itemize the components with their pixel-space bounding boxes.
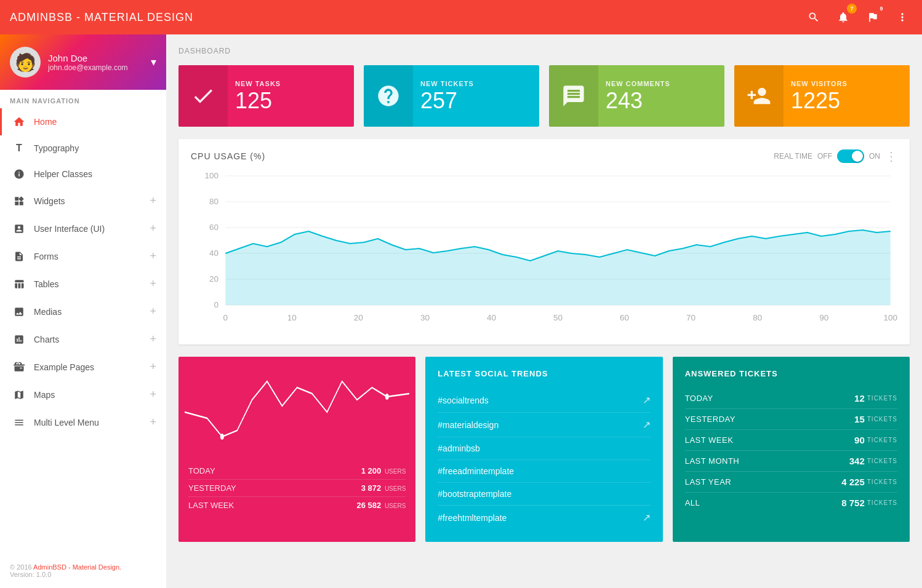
sidebar-item-tables[interactable]: Tables + <box>0 270 166 298</box>
search-button[interactable] <box>804 7 824 27</box>
spark-lastweek-value: 26 582 USERS <box>356 501 406 510</box>
ticket-row-5: ALL 8 752 TICKETS <box>685 493 897 513</box>
ticket-row-1: YESTERDAY 15 TICKETS <box>685 409 897 430</box>
spark-today-label: TODAY <box>188 466 215 475</box>
sidebar-item-label-home: Home <box>34 117 57 127</box>
svg-text:80: 80 <box>209 197 218 206</box>
nav-section-label: MAIN NAVIGATION <box>0 90 166 108</box>
sidebar-item-medias[interactable]: Medias + <box>0 298 166 325</box>
realtime-toggle[interactable] <box>837 149 864 163</box>
ticket-row-3: LAST MONTH 342 TICKETS <box>685 451 897 472</box>
tables-expand-icon[interactable]: + <box>150 277 156 290</box>
maps-expand-icon[interactable]: + <box>150 388 156 401</box>
ticket-row-2: LAST WEEK 90 TICKETS <box>685 430 897 451</box>
multilevel-expand-icon[interactable]: + <box>150 416 156 429</box>
flag-badge: 9 <box>876 4 886 14</box>
multilevel-icon <box>12 417 26 428</box>
tickets-icon <box>364 65 413 127</box>
tickets-label: NEW TICKETS <box>420 80 532 87</box>
sidebar-item-multilevel[interactable]: Multi Level Menu + <box>0 408 166 436</box>
sidebar-item-label-multilevel: Multi Level Menu <box>34 418 99 427</box>
sidebar-item-label-helper: Helper Classes <box>34 169 92 179</box>
charts-expand-icon[interactable]: + <box>150 333 156 346</box>
sidebar-item-ui[interactable]: User Interface (UI) + <box>0 215 166 242</box>
comments-value: 243 <box>606 90 717 112</box>
svg-text:0: 0 <box>214 301 219 309</box>
svg-text:100: 100 <box>883 314 897 322</box>
on-label: ON <box>869 152 880 161</box>
svg-point-23 <box>220 434 224 440</box>
sidebar-item-label-charts: Charts <box>34 335 59 344</box>
sidebar-item-forms[interactable]: Forms + <box>0 242 166 270</box>
svg-text:40: 40 <box>487 314 496 322</box>
social-item-3: #freeadmintemplate <box>438 460 650 483</box>
profile-info: John Doe john.doe@example.com <box>48 53 143 72</box>
sidebar-item-widgets[interactable]: Widgets + <box>0 187 166 215</box>
topbar-icons: 7 9 <box>804 7 912 27</box>
spark-stats: TODAY 1 200 USERS YESTERDAY 3 872 USERS <box>178 455 415 521</box>
comments-label: NEW COMMENTS <box>606 80 717 87</box>
spark-row-yesterday: YESTERDAY 3 872 USERS <box>188 479 406 496</box>
sidebar-item-label-widgets: Widgets <box>34 196 65 206</box>
svg-text:100: 100 <box>204 172 218 180</box>
svg-text:20: 20 <box>209 275 218 284</box>
profile-chevron-icon[interactable]: ▾ <box>151 55 156 69</box>
sidebar-item-helper[interactable]: Helper Classes <box>0 161 166 187</box>
sidebar-item-home[interactable]: Home <box>0 108 166 135</box>
profile-email: john.doe@example.com <box>48 63 143 72</box>
layout: 🧑 John Doe john.doe@example.com ▾ MAIN N… <box>0 34 922 588</box>
tasks-icon <box>178 65 228 127</box>
tickets-value: 257 <box>420 90 532 112</box>
spark-today-value: 1 200 USERS <box>361 466 406 475</box>
tickets-title: ANSWERED TICKETS <box>685 369 897 378</box>
trend-up-icon-0: ↗ <box>643 394 651 406</box>
flags-button[interactable]: 9 <box>863 7 883 27</box>
forms-expand-icon[interactable]: + <box>150 250 156 263</box>
app-title: ADMINBSB - MATERIAL DESIGN <box>10 11 804 24</box>
helper-icon <box>12 169 26 180</box>
stats-row: NEW TASKS 125 NEW TICKETS 257 NEW COMM <box>178 65 910 127</box>
ticket-row-0: TODAY 12 TICKETS <box>685 388 897 409</box>
sidebar-item-charts[interactable]: Charts + <box>0 325 166 353</box>
realtime-control: REAL TIME OFF ON <box>774 149 880 163</box>
social-item-4: #bootstraptemplate <box>438 483 650 506</box>
ticket-row-4: LAST YEAR 4 225 TICKETS <box>685 472 897 493</box>
svg-point-24 <box>385 394 389 400</box>
footer-version: Version: 1.0.0 <box>10 571 51 578</box>
svg-text:60: 60 <box>620 314 629 322</box>
sidebar-item-label-maps: Maps <box>34 390 55 400</box>
realtime-label: REAL TIME <box>774 152 812 161</box>
social-card: LATEST SOCIAL TRENDS #socialtrends ↗ #ma… <box>425 357 662 542</box>
more-menu-button[interactable] <box>892 7 912 27</box>
example-expand-icon[interactable]: + <box>150 360 156 373</box>
footer-link[interactable]: AdminBSD - Material Design. <box>33 563 121 571</box>
footer-copy: © 2016 <box>10 563 33 571</box>
avatar: 🧑 <box>10 47 41 77</box>
svg-text:0: 0 <box>223 314 228 322</box>
svg-text:60: 60 <box>209 223 218 232</box>
sidebar-item-example[interactable]: Example Pages + <box>0 353 166 381</box>
chart-more-icon[interactable]: ⋮ <box>885 149 897 164</box>
forms-icon <box>12 251 26 262</box>
sidebar-item-label-typography: Typography <box>34 143 79 153</box>
stat-card-visitors: NEW VISITORS 1225 <box>734 65 910 127</box>
visitors-value: 1225 <box>791 90 902 112</box>
sidebar-item-label-medias: Medias <box>34 307 62 317</box>
off-label: OFF <box>817 152 832 161</box>
svg-text:80: 80 <box>753 314 762 322</box>
comments-icon <box>549 65 598 127</box>
medias-expand-icon[interactable]: + <box>150 305 156 318</box>
sidebar: 🧑 John Doe john.doe@example.com ▾ MAIN N… <box>0 34 166 588</box>
example-icon <box>12 362 26 373</box>
widgets-expand-icon[interactable]: + <box>150 194 156 207</box>
svg-text:70: 70 <box>686 314 696 322</box>
notifications-button[interactable]: 7 <box>833 7 853 27</box>
trend-up-icon-1: ↗ <box>643 419 651 431</box>
tasks-value: 125 <box>235 90 347 112</box>
stat-card-comments: NEW COMMENTS 243 <box>549 65 724 127</box>
sidebar-item-typography[interactable]: T Typography <box>0 135 166 161</box>
sidebar-item-maps[interactable]: Maps + <box>0 381 166 408</box>
typography-icon: T <box>12 143 26 154</box>
ui-expand-icon[interactable]: + <box>150 222 156 235</box>
breadcrumb: DASHBOARD <box>178 47 910 55</box>
